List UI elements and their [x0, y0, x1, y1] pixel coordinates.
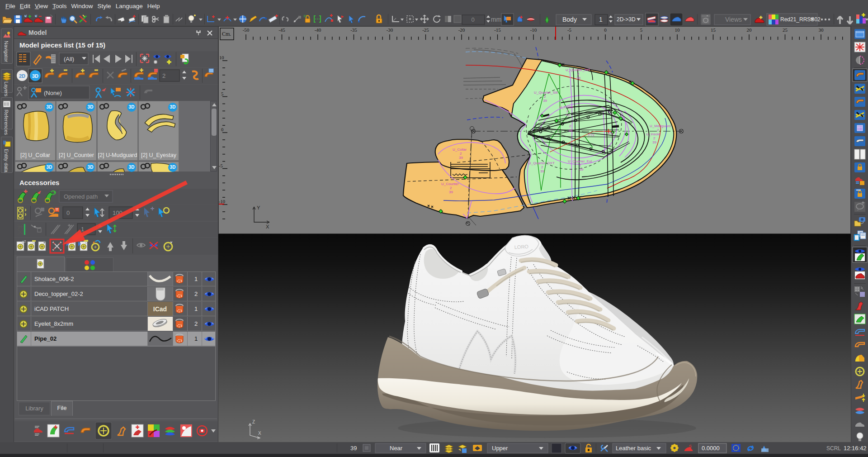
- svg-text:10: 10: [219, 55, 224, 60]
- svg-text:x2: x2: [22, 239, 26, 243]
- svg-text:(None): (None): [44, 90, 62, 96]
- svg-text:Red21_RRSS02: Red21_RRSS02: [780, 16, 821, 23]
- svg-text:10: 10: [675, 27, 680, 33]
- svg-text:30: 30: [819, 27, 824, 33]
- svg-text:Cm.: Cm.: [222, 31, 231, 37]
- svg-text:SCRL: SCRL: [826, 445, 841, 452]
- svg-text:1: 1: [81, 226, 84, 233]
- svg-text:0: 0: [471, 16, 474, 23]
- svg-text:0.0000: 0.0000: [702, 445, 720, 452]
- svg-text:25: 25: [783, 27, 788, 33]
- svg-text:-20: -20: [458, 27, 465, 33]
- svg-text:Z: Z: [252, 419, 255, 424]
- svg-text:0: 0: [604, 27, 607, 33]
- svg-text:100: 100: [113, 209, 123, 216]
- svg-text:Upper: Upper: [492, 445, 508, 452]
- svg-text:-25: -25: [422, 27, 429, 33]
- svg-text:Near: Near: [390, 445, 403, 452]
- svg-text:-10: -10: [219, 199, 225, 204]
- svg-text:1: 1: [599, 16, 603, 23]
- svg-text:-45: -45: [278, 27, 285, 33]
- svg-text:ICad: ICad: [153, 305, 167, 313]
- svg-text:S: S: [689, 444, 692, 448]
- svg-text:12:16:42: 12:16:42: [844, 445, 867, 452]
- svg-text:5: 5: [640, 27, 643, 33]
- svg-text:2D: 2D: [19, 73, 25, 79]
- svg-text:Opened path: Opened path: [64, 193, 98, 200]
- svg-text:-35: -35: [350, 27, 357, 33]
- svg-text:-50: -50: [243, 27, 250, 33]
- svg-text:39: 39: [350, 445, 357, 452]
- svg-text:20: 20: [747, 27, 752, 33]
- svg-text:0: 0: [66, 209, 70, 216]
- svg-text:3D: 3D: [32, 73, 38, 79]
- svg-text:5: 5: [221, 91, 223, 96]
- svg-text:2D->3D: 2D->3D: [617, 16, 636, 23]
- svg-text:-40: -40: [315, 27, 321, 33]
- svg-text:LORO: LORO: [514, 244, 528, 250]
- svg-text:-30: -30: [387, 27, 393, 33]
- svg-text:Leather basic: Leather basic: [616, 445, 651, 452]
- svg-text:(All): (All): [64, 56, 74, 62]
- svg-text:X: X: [258, 431, 261, 436]
- svg-text:0: 0: [221, 127, 223, 132]
- svg-text:-15: -15: [494, 27, 501, 33]
- svg-text:Body: Body: [562, 16, 577, 23]
- svg-text:X: X: [266, 224, 269, 229]
- svg-text:-5: -5: [219, 163, 223, 168]
- svg-text:-10: -10: [530, 27, 537, 33]
- svg-text:Y: Y: [257, 205, 260, 210]
- svg-text:2: 2: [162, 72, 165, 79]
- svg-text:Views: Views: [725, 16, 742, 23]
- svg-text:15: 15: [711, 27, 716, 33]
- svg-text:-5: -5: [567, 27, 572, 33]
